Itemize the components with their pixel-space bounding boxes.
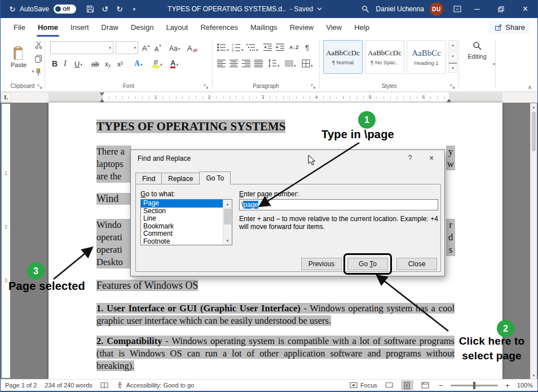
show-hide-marks-button[interactable]: ¶ (305, 41, 309, 54)
clear-formatting-button[interactable]: A (187, 41, 197, 54)
sort-button[interactable]: A↓Z (289, 41, 299, 54)
scroll-up-icon[interactable]: ▲ (223, 200, 232, 208)
ribbon-tab-mailings[interactable]: Mailings (244, 18, 284, 37)
multilevel-list-button[interactable]: ▾ (246, 41, 258, 54)
style-no-spacing[interactable]: AaBbCcDc ¶ No Spac.. (365, 40, 404, 74)
focus-mode-button[interactable]: Focus (350, 382, 377, 389)
ribbon-tab-design[interactable]: Design (125, 18, 160, 37)
close-dialog-button[interactable]: Close (396, 258, 437, 270)
styles-dialog-launcher[interactable] (450, 84, 456, 90)
ribbon-tab-draw[interactable]: Draw (95, 18, 125, 37)
list-item-footnote[interactable]: Footnote (141, 238, 223, 245)
list-item-bookmark[interactable]: Bookmark (141, 223, 223, 231)
align-left-button[interactable] (217, 57, 226, 69)
print-layout-button[interactable] (401, 380, 413, 390)
styles-scroll-up-icon[interactable]: ▴ (448, 40, 457, 50)
right-indent-marker[interactable] (447, 99, 451, 102)
quick-access-dropdown-icon[interactable]: ▾ (127, 0, 142, 18)
ribbon-tab-home[interactable]: Home (32, 18, 64, 37)
tab-find[interactable]: Find (135, 173, 162, 184)
minimize-button[interactable] (465, 0, 489, 18)
cut-icon[interactable] (33, 40, 43, 50)
scroll-down-icon[interactable]: ▼ (531, 372, 537, 379)
tab-stop-selector[interactable]: L (2, 93, 11, 102)
document-title-group[interactable]: TYPES OF OPERATING SYSTEMS.d.. - Saved (167, 5, 322, 13)
vertical-ruler[interactable]: 1 2 3 (2, 104, 10, 378)
redo-icon[interactable]: ↻ (112, 0, 127, 18)
justify-button[interactable] (254, 57, 263, 69)
italic-button[interactable]: I (64, 57, 67, 69)
user-name[interactable]: Daniel Uchenna (376, 5, 424, 13)
zoom-out-button[interactable]: − (437, 381, 445, 390)
increase-indent-button[interactable] (276, 41, 285, 54)
tab-goto[interactable]: Go To (199, 171, 231, 184)
font-dialog-launcher[interactable] (204, 84, 209, 90)
proofing-status[interactable] (100, 382, 108, 389)
editing-group[interactable]: Editing ▾ (459, 41, 495, 68)
zoom-slider[interactable] (451, 385, 498, 386)
underline-button[interactable]: U▾ (74, 57, 82, 69)
list-item-line[interactable]: Line (141, 215, 223, 223)
list-item-section[interactable]: Section (141, 208, 223, 215)
accessibility-status[interactable]: Accessibility: Good to go (116, 381, 194, 389)
text-effects-button[interactable]: A▾ (134, 57, 143, 69)
horizontal-ruler[interactable]: 1 2 3 4 5 6 (48, 93, 502, 102)
styles-scroll-down-icon[interactable]: ▾ (448, 51, 457, 61)
zoom-in-button[interactable]: + (504, 381, 511, 390)
first-line-indent-marker[interactable] (100, 93, 104, 96)
page-indicator[interactable]: Page 1 of 2 (5, 382, 37, 389)
font-size-combo[interactable]: ▾ (116, 41, 138, 54)
goto-button[interactable]: Go To (347, 258, 388, 270)
previous-button[interactable]: Previous (301, 258, 342, 270)
ribbon-tab-references[interactable]: References (194, 18, 244, 37)
numbering-button[interactable]: 123 ▾ (232, 41, 244, 54)
search-icon[interactable] (358, 0, 373, 18)
share-button[interactable]: Share (489, 21, 531, 34)
grow-font-button[interactable]: A▴ (142, 41, 149, 54)
ribbon-tab-insert[interactable]: Insert (64, 18, 95, 37)
web-layout-button[interactable] (419, 380, 431, 390)
goto-what-listbox[interactable]: Page Section Line Bookmark Comment Footn… (140, 199, 232, 245)
listbox-scrollbar[interactable]: ▲ ▼ (223, 200, 232, 245)
scroll-up-icon[interactable]: ▲ (531, 103, 537, 111)
zoom-level[interactable]: 100% (517, 382, 533, 389)
dialog-help-button[interactable]: ? (402, 152, 418, 164)
save-icon[interactable] (83, 0, 98, 18)
list-item-page[interactable]: Page (141, 200, 223, 208)
zoom-slider-thumb[interactable] (473, 382, 475, 389)
change-case-button[interactable]: Aa▾ (169, 41, 180, 54)
word-count[interactable]: 234 of 240 words (45, 382, 92, 389)
align-center-button[interactable] (230, 57, 239, 69)
close-button[interactable]: × (513, 0, 537, 18)
dialog-close-button[interactable]: × (423, 152, 440, 164)
bullets-button[interactable]: ▾ (217, 41, 229, 54)
paste-button[interactable]: Paste ▾ (3, 39, 34, 81)
style-heading-1[interactable]: AaBbCc Heading 1 (407, 40, 446, 74)
collapse-ribbon-icon[interactable]: ∧ (528, 84, 532, 90)
ribbon-tab-review[interactable]: Review (284, 18, 320, 37)
superscript-button[interactable]: x² (117, 57, 123, 69)
highlight-button[interactable]: ▾ (152, 57, 162, 69)
subscript-button[interactable]: x₂ (105, 57, 111, 69)
style-normal[interactable]: AaBbCcDc ¶ Normal (323, 40, 363, 74)
clipboard-dialog-launcher[interactable] (37, 84, 43, 90)
read-mode-button[interactable] (383, 380, 395, 390)
shrink-font-button[interactable]: A▾ (155, 41, 161, 54)
ribbon-tab-view[interactable]: View (320, 18, 348, 37)
bold-button[interactable]: B (52, 57, 58, 69)
paragraph-dialog-launcher[interactable] (311, 84, 316, 90)
align-right-button[interactable] (242, 57, 251, 69)
undo-icon[interactable]: ↺ (98, 0, 112, 18)
list-item-comment[interactable]: Comment (141, 230, 223, 238)
scroll-thumb[interactable] (532, 112, 536, 151)
ribbon-tab-file[interactable]: File (7, 18, 32, 37)
ribbon-tab-help[interactable]: Help (348, 18, 376, 37)
tab-replace[interactable]: Replace (161, 173, 200, 184)
ribbon-tab-layout[interactable]: Layout (160, 18, 194, 37)
autosave-toggle[interactable]: Off (54, 5, 76, 14)
font-name-combo[interactable]: ▾ (50, 41, 113, 54)
page-number-input[interactable]: \page (239, 199, 438, 210)
scroll-thumb[interactable] (224, 209, 231, 224)
ribbon-display-options-icon[interactable] (450, 0, 465, 18)
font-color-button[interactable]: A ▾ (170, 57, 178, 69)
